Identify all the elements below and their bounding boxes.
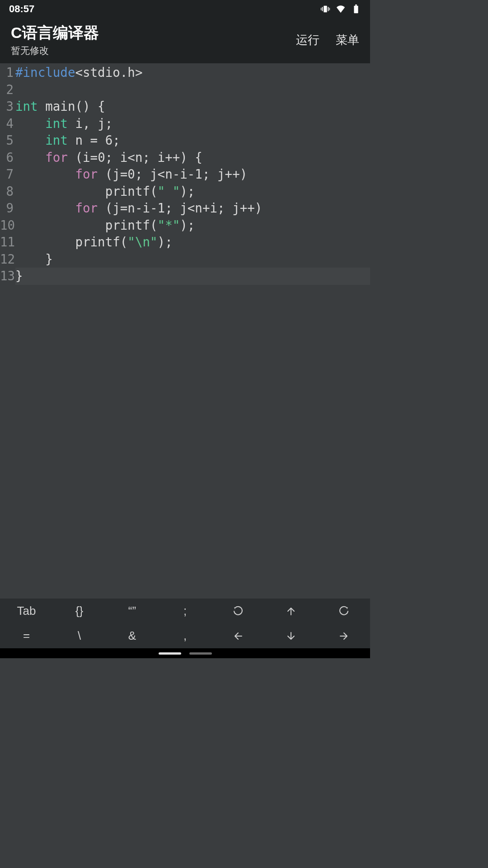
- undo-icon[interactable]: [211, 599, 264, 623]
- symbol-key[interactable]: &: [106, 623, 159, 648]
- svg-rect-2: [328, 7, 329, 11]
- code-line[interactable]: for (j=0; j<n-i-1; j++): [15, 166, 370, 183]
- line-number: 9: [0, 200, 14, 217]
- battery-icon: [351, 4, 361, 14]
- status-icons: [320, 4, 361, 14]
- svg-rect-5: [354, 6, 358, 14]
- menu-button[interactable]: 菜单: [336, 32, 359, 48]
- symbol-toolbar: Tab{}“”; =\&,: [0, 599, 370, 648]
- status-time: 08:57: [9, 3, 34, 15]
- code-line[interactable]: int n = 6;: [15, 132, 370, 149]
- nav-indicator: [159, 652, 181, 655]
- redo-icon[interactable]: [317, 599, 370, 623]
- code-line[interactable]: int i, j;: [15, 115, 370, 132]
- symbol-key[interactable]: ;: [159, 599, 211, 623]
- svg-rect-4: [329, 8, 330, 10]
- line-number: 6: [0, 149, 14, 166]
- status-bar: 08:57: [0, 0, 370, 18]
- code-editor[interactable]: 12345678910111213 #include<stdio.h>int m…: [0, 63, 370, 599]
- line-number: 4: [0, 115, 14, 132]
- symbol-key[interactable]: Tab: [0, 599, 53, 623]
- line-number: 8: [0, 183, 14, 200]
- nav-indicator: [189, 652, 212, 655]
- svg-rect-3: [321, 8, 321, 10]
- line-gutter: 12345678910111213: [0, 63, 15, 599]
- code-line[interactable]: #include<stdio.h>: [15, 64, 370, 81]
- line-number: 7: [0, 166, 14, 183]
- app-header: C语言编译器 暂无修改 运行 菜单: [0, 18, 370, 63]
- wifi-icon: [336, 4, 346, 14]
- android-nav-bar: [0, 648, 370, 658]
- code-line[interactable]: for (i=0; i<n; i++) {: [15, 149, 370, 166]
- symbol-key[interactable]: =: [0, 623, 53, 648]
- line-number: 11: [0, 234, 14, 251]
- code-line[interactable]: }: [15, 251, 370, 268]
- line-number: 12: [0, 251, 14, 268]
- code-line[interactable]: printf("*");: [15, 217, 370, 234]
- symbol-key[interactable]: “”: [106, 599, 159, 623]
- symbol-key[interactable]: {}: [53, 599, 106, 623]
- code-area[interactable]: #include<stdio.h>int main() { int i, j; …: [15, 63, 370, 599]
- vibrate-icon: [320, 4, 330, 14]
- app-title: C语言编译器: [11, 23, 99, 43]
- line-number: 1: [0, 64, 14, 81]
- symbol-key[interactable]: \: [53, 623, 106, 648]
- arrow-down-icon[interactable]: [264, 623, 317, 648]
- code-line[interactable]: int main() {: [15, 98, 370, 115]
- app-subtitle: 暂无修改: [11, 44, 99, 57]
- code-line[interactable]: }: [15, 268, 370, 285]
- arrow-up-icon[interactable]: [264, 599, 317, 623]
- run-button[interactable]: 运行: [296, 32, 319, 48]
- arrow-left-icon[interactable]: [211, 623, 264, 648]
- line-number: 10: [0, 217, 14, 234]
- symbol-key[interactable]: ,: [159, 623, 211, 648]
- arrow-right-icon[interactable]: [317, 623, 370, 648]
- code-line[interactable]: for (j=n-i-1; j<n+i; j++): [15, 200, 370, 217]
- code-line[interactable]: [15, 81, 370, 99]
- line-number: 3: [0, 98, 14, 115]
- code-line[interactable]: printf("\n");: [15, 234, 370, 251]
- svg-rect-1: [322, 7, 323, 11]
- svg-rect-6: [355, 5, 357, 6]
- line-number: 13: [0, 268, 14, 285]
- line-number: 5: [0, 132, 14, 149]
- line-number: 2: [0, 81, 14, 99]
- code-line[interactable]: printf(" ");: [15, 183, 370, 200]
- svg-rect-0: [324, 6, 327, 13]
